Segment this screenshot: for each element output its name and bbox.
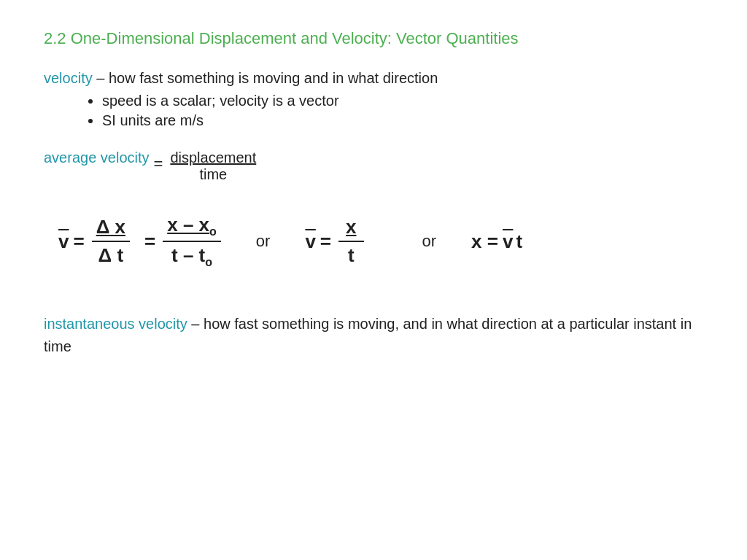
t-minus-t0-den: t – to: [167, 242, 217, 269]
x-last: x =: [471, 230, 498, 253]
v-overline-left: v: [58, 230, 69, 253]
equals-1: =: [73, 230, 84, 253]
velocity-bullets: speed is a scalar; velocity is a vector …: [102, 93, 703, 129]
velocity-section: velocity – how fast something is moving …: [44, 70, 703, 129]
equals-2: =: [144, 230, 155, 253]
or-1: or: [256, 232, 271, 251]
x-over-t: x t: [338, 216, 363, 267]
v-overline-right: v: [503, 230, 513, 253]
x-minus-x0-over-t-minus-t0: x – xo t – to: [163, 214, 221, 269]
page-title: 2.2 One-Dimensional Displacement and Vel…: [44, 29, 703, 48]
formula-row: v = Δ x Δ t = x – xo t – to or v = x t o…: [58, 214, 703, 269]
delta-x-over-delta-t: Δ x Δ t: [92, 216, 130, 267]
velocity-definition-text: – how fast something is moving and in wh…: [93, 70, 438, 86]
displacement-label: displacement: [170, 149, 256, 166]
t-den: t: [341, 242, 362, 267]
x-minus-x0-num: x – xo: [163, 214, 221, 242]
time-label: time: [199, 166, 227, 183]
x-num: x: [338, 216, 363, 242]
delta-t-den: Δ t: [94, 242, 128, 267]
instantaneous-velocity-section: instantaneous velocity – how fast someth…: [44, 313, 703, 358]
delta-x-num: Δ x: [92, 216, 130, 242]
avg-equals: =: [154, 149, 163, 179]
bullet-si: SI units are m/s: [102, 112, 703, 129]
equals-3: =: [320, 230, 331, 253]
avg-velocity-term: average velocity: [44, 149, 150, 166]
velocity-definition: velocity – how fast something is moving …: [44, 70, 703, 87]
instantaneous-velocity-term: instantaneous velocity: [44, 316, 187, 332]
avg-velocity-section: average velocity = displacement time: [44, 149, 703, 183]
or-2: or: [422, 232, 437, 251]
v-overline-mid: v: [305, 230, 315, 253]
bullet-scalar: speed is a scalar; velocity is a vector: [102, 93, 703, 109]
displacement-over-time: displacement time: [170, 149, 256, 183]
velocity-term: velocity: [44, 70, 93, 86]
t-last: t: [516, 230, 522, 253]
